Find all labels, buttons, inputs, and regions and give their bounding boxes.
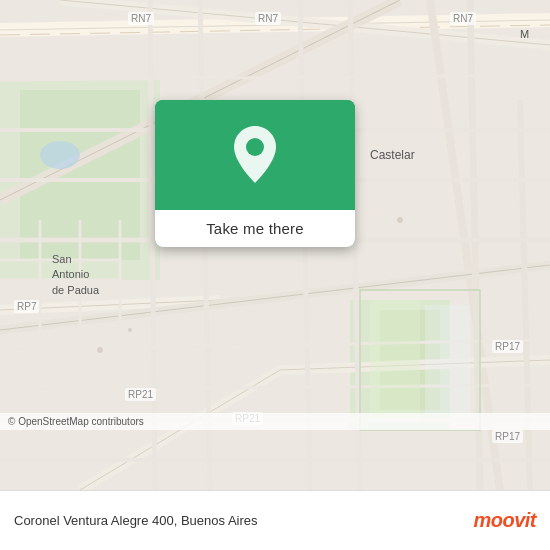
map-container: Castelar SanAntoniode Padua M RN7 RN7 RN…: [0, 0, 550, 490]
moovit-logo: moovit: [473, 509, 536, 532]
rn7-label-1: RN7: [128, 12, 154, 25]
svg-point-9: [128, 328, 132, 332]
rp17-label-2: RP17: [492, 430, 523, 443]
svg-point-12: [246, 138, 264, 156]
moovit-text: moovit: [473, 509, 536, 532]
rn7-label-2: RN7: [255, 12, 281, 25]
take-me-there-button[interactable]: Take me there: [155, 210, 355, 247]
castelar-label: Castelar: [370, 148, 415, 162]
rp21-label-1: RP21: [125, 388, 156, 401]
card-top: [155, 100, 355, 210]
bottom-bar: Coronel Ventura Alegre 400, Buenos Aires…: [0, 490, 550, 550]
copyright-bar: © OpenStreetMap contributors: [0, 413, 550, 430]
svg-rect-6: [370, 300, 420, 420]
address-text: Coronel Ventura Alegre 400, Buenos Aires: [14, 513, 258, 528]
m-label: M: [520, 28, 529, 40]
pin-icon: [233, 126, 277, 184]
svg-point-10: [397, 217, 403, 223]
svg-rect-7: [425, 305, 470, 415]
rp17-label-1: RP17: [492, 340, 523, 353]
san-antonio-label: SanAntoniode Padua: [52, 252, 99, 298]
location-card[interactable]: Take me there: [155, 100, 355, 247]
rp7-label: RP7: [14, 300, 39, 313]
rn7-label-3: RN7: [450, 12, 476, 25]
svg-point-8: [97, 347, 103, 353]
svg-point-11: [40, 141, 80, 169]
